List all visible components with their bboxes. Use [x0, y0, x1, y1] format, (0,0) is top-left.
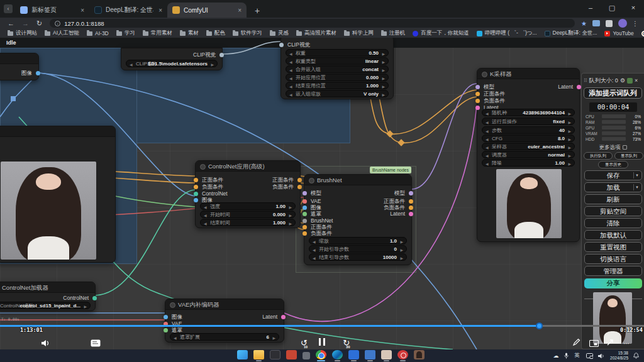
input-model[interactable]: 模型: [484, 84, 494, 90]
widget-end-at[interactable]: 结束引导步数10000: [309, 253, 407, 261]
video-progress-bar[interactable]: [0, 325, 644, 327]
avatar-app-icon[interactable]: [414, 350, 425, 359]
bookmark-folder[interactable]: 科学上网: [344, 30, 374, 37]
music-app-icon[interactable]: [397, 350, 408, 359]
slot-dot[interactable]: [303, 219, 307, 223]
input-positive[interactable]: 正面条件: [484, 90, 505, 97]
widget-combine-embeds[interactable]: 合并嵌入组concat: [286, 65, 389, 73]
switch-language-button[interactable]: 切换语言: [584, 254, 642, 264]
notification-bell-icon[interactable]: [633, 353, 639, 359]
node-ipadapter[interactable]: CLIP视觉 权重0.50 权重类型linear 合并嵌入组concat 开始应…: [280, 38, 394, 99]
widget-steps[interactable]: 步数40: [482, 126, 575, 134]
slot-dot[interactable]: [303, 191, 307, 195]
input-model[interactable]: 模型: [311, 190, 321, 197]
widget-denoise[interactable]: 降噪1.00: [482, 159, 575, 167]
edge-icon[interactable]: [332, 350, 343, 359]
danmaku-screen-icon[interactable]: [91, 338, 101, 349]
widget-start-percent[interactable]: 开始时间0.000: [200, 211, 296, 218]
tab-newtab[interactable]: 新标签页 ×: [15, 3, 89, 18]
slot-dot[interactable]: [303, 231, 307, 236]
blue-app-icon[interactable]: [348, 350, 359, 359]
group-label[interactable]: BrushName nodes: [370, 167, 411, 173]
tab-close-icon[interactable]: ×: [233, 7, 242, 14]
address-bar[interactable]: i 127.0.0.1:8188: [50, 19, 575, 28]
forward-30-icon[interactable]: ↻30: [343, 338, 350, 348]
node-load-image[interactable]: [0, 126, 116, 263]
slot-dot[interactable]: [475, 106, 480, 110]
extra-options-toggle[interactable]: 更多选项: [582, 144, 644, 151]
save-button[interactable]: 保存▼: [584, 170, 642, 180]
widget-end-at[interactable]: 结束应用位置1.000: [286, 82, 389, 89]
widget-scale[interactable]: 缩放1.0: [309, 237, 407, 244]
start-button-icon[interactable]: [237, 350, 248, 359]
node-brushnet[interactable]: BrushNet 模型 VAE 图像 遮罩 BrushNet 正面条件 负面条件…: [304, 174, 412, 265]
bookmark-folder[interactable]: 配色: [206, 30, 225, 37]
volume-icon[interactable]: [42, 338, 50, 349]
chevron-down-icon[interactable]: ▼: [633, 172, 640, 178]
share-button[interactable]: 分享: [584, 278, 642, 288]
close-button[interactable]: ×: [623, 0, 644, 16]
widget-weight[interactable]: 权重0.50: [286, 49, 389, 57]
picture-in-picture-icon[interactable]: [589, 338, 599, 349]
node-title[interactable]: BrushNet: [304, 175, 411, 185]
widget-end-percent[interactable]: 结束时间1.000: [200, 219, 296, 226]
slot-dot[interactable]: [577, 85, 581, 89]
bookmark-folder[interactable]: 常用素材: [143, 30, 172, 37]
output-latent[interactable]: Latent: [390, 211, 405, 217]
node-image-source[interactable]: 图像: [0, 53, 39, 80]
output-latent[interactable]: Latent: [558, 84, 573, 90]
pause-button[interactable]: [319, 338, 325, 346]
slot-dot[interactable]: [194, 198, 198, 202]
more-options-icon[interactable]: ⋯: [623, 340, 630, 347]
clear-button[interactable]: 清除: [584, 218, 642, 228]
widget-strength[interactable]: 强度1.00: [200, 202, 296, 210]
slot-dot[interactable]: [297, 185, 302, 189]
bookmark-folder[interactable]: 高清照片素材: [296, 30, 336, 37]
reload-icon[interactable]: ↻: [36, 19, 42, 28]
slot-dot[interactable]: [409, 206, 413, 210]
pencil-edit-icon[interactable]: [572, 337, 580, 349]
video-progress-handle[interactable]: [536, 322, 543, 329]
cast-screen-icon[interactable]: [586, 353, 593, 359]
bookmark-youtube[interactable]: YouTube: [604, 30, 633, 36]
slot-dot[interactable]: [475, 92, 480, 96]
node-title[interactable]: K采样器: [477, 69, 579, 79]
bookmark-google[interactable]: Google: [641, 30, 644, 36]
ime-indicator[interactable]: 英: [574, 351, 582, 360]
node-controlnet-loader[interactable]: ControlNet加载器 ControlNet ControlNet名称con…: [0, 282, 96, 311]
tab-deepl[interactable]: DeepL翻译: 全世界最准确的... ×: [89, 3, 167, 18]
chevron-down-icon[interactable]: ▼: [633, 184, 640, 190]
reset-view-button[interactable]: 重置视图: [584, 242, 642, 252]
widget-controlnet-name[interactable]: ControlNet名称control_sd15_inpaint_d...: [0, 302, 91, 309]
bookmark-bilibili[interactable]: 哔哩哔哩 ( ゜- ゜)つ...: [477, 30, 537, 37]
output-positive[interactable]: 正面条件: [272, 177, 294, 184]
fullscreen-expand-icon[interactable]: [606, 337, 614, 349]
slot-dot[interactable]: [297, 178, 302, 182]
site-info-icon[interactable]: i: [55, 21, 60, 26]
node-ksampler[interactable]: K采样器 模型 正面条件 负面条件 Latent Latent 随机种42389…: [477, 68, 580, 242]
profile-avatar[interactable]: [618, 19, 627, 28]
queue-prompt-button[interactable]: 添加提示词队列: [584, 87, 642, 99]
maximize-button[interactable]: ▢: [601, 0, 623, 16]
slot-dot[interactable]: [303, 206, 307, 210]
output-negative[interactable]: 负面条件: [272, 184, 294, 190]
settings-gear-icon[interactable]: ⚙: [620, 77, 625, 84]
node-title[interactable]: VAE内补编码器: [165, 299, 284, 310]
output-latent[interactable]: Latent: [262, 314, 277, 321]
tab-comfyui[interactable]: ComfyUI ×: [167, 3, 247, 18]
widget-grow-mask[interactable]: 遮罩扩展6: [170, 333, 279, 341]
rewind-10-icon[interactable]: ↺10: [301, 338, 308, 348]
bookmark-folder[interactable]: 软件学习: [233, 30, 262, 37]
slot-dot[interactable]: [303, 225, 307, 229]
slot-dot[interactable]: [281, 315, 286, 319]
slot-dot[interactable]: [475, 99, 480, 103]
node-clip-vision-loader[interactable]: CLIP视觉 CLIP名称SD1.5\model.safetensors: [121, 48, 223, 70]
input-negative[interactable]: 负面条件: [311, 230, 332, 237]
tab-search-icon[interactable]: ‹: [4, 4, 13, 13]
widget-sampler[interactable]: 采样器euler_ancestral: [482, 143, 575, 150]
url-text[interactable]: 127.0.0.1:8188: [64, 20, 104, 27]
file-explorer-icon[interactable]: [253, 350, 264, 359]
input-positive[interactable]: 正面条件: [202, 177, 223, 184]
node-vae-inpaint-encode[interactable]: VAE内补编码器 图像 VAE 遮罩 Latent 遮罩扩展6: [165, 299, 284, 343]
input-clip-vision[interactable]: CLIP视觉: [287, 41, 310, 48]
